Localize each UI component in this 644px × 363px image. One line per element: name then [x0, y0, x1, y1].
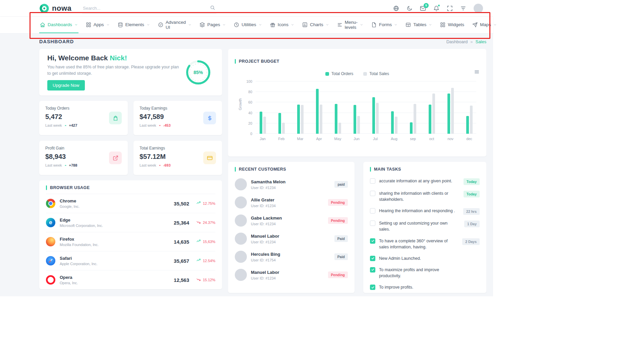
- chrome-logo-icon: [46, 199, 55, 208]
- nav-item-elements[interactable]: Elements: [117, 17, 151, 33]
- bar-group: [312, 81, 326, 134]
- task-text: sharing the information with clients or …: [379, 190, 457, 202]
- breadcrumb-parent[interactable]: Dashboard: [446, 39, 468, 44]
- bar-chart-icon: [302, 22, 308, 27]
- chevron-down-icon: [147, 23, 150, 26]
- total-sales-bar: [320, 105, 322, 134]
- browser-company: Apple Corporation, Inc.: [60, 262, 98, 266]
- storage-progress-ring: 85%: [185, 59, 211, 85]
- nav-item-widgets[interactable]: Widgets: [439, 17, 465, 33]
- breadcrumb-separator: »: [470, 39, 473, 44]
- legend-swatch: [363, 72, 367, 76]
- browser-usage-card: BROWSER USAGE Chrome Google, Inc. 35,502…: [39, 180, 222, 289]
- nav-item-maps[interactable]: Maps: [472, 17, 497, 33]
- nav-item-forms[interactable]: Forms: [371, 17, 398, 33]
- chevron-down-icon: [394, 23, 397, 26]
- y-axis-label: Growth: [238, 98, 242, 110]
- total-orders-bar: [335, 104, 337, 134]
- search-icon[interactable]: [210, 5, 215, 11]
- bar-group: [406, 81, 420, 134]
- task-time-badge: 2 Days: [462, 238, 480, 245]
- nav-item-advanced-ui[interactable]: Advanced UI: [157, 17, 192, 33]
- chart-month-column: Mar: [293, 81, 307, 141]
- task-time-badge: 1 Day: [464, 221, 480, 227]
- nav-item-label: Dashboards: [48, 22, 72, 27]
- task-checkbox[interactable]: [370, 256, 375, 261]
- app-logo[interactable]: nowa: [39, 3, 71, 13]
- dark-mode-moon-icon[interactable]: [407, 5, 413, 11]
- legend-item-total-sales[interactable]: Total Sales: [363, 71, 389, 76]
- total-sales-bar: [301, 105, 304, 134]
- customer-info: Gabe Lackmen User ID: #1234: [251, 216, 282, 226]
- nav-item-tables[interactable]: Tables: [405, 17, 433, 33]
- browser-company: Opera, Inc.: [60, 281, 78, 285]
- customer-user-id: User ID: #1234: [251, 222, 282, 226]
- task-checkbox[interactable]: [370, 238, 375, 244]
- notifications-bell-icon[interactable]: [433, 5, 439, 11]
- stat-card-today-orders: Today Orders 5,472 Last week +427: [39, 101, 128, 135]
- welcome-heading: Hi, Welcome Back Nick!: [47, 54, 180, 62]
- x-axis-tick: May: [331, 137, 345, 141]
- chart-month-column: nov: [443, 81, 458, 141]
- filter-menu-icon[interactable]: [460, 5, 466, 11]
- customer-user-id: User ID: #1754: [251, 258, 280, 262]
- task-checkbox[interactable]: [370, 267, 375, 273]
- legend-item-total-orders[interactable]: Total Orders: [325, 71, 353, 76]
- chevron-down-icon: [493, 23, 497, 26]
- x-axis-tick: Jul: [368, 137, 382, 141]
- y-axis-tick: 20: [248, 121, 252, 125]
- caret-down-icon: [158, 164, 162, 167]
- user-avatar[interactable]: [474, 4, 483, 13]
- nav-item-pages[interactable]: Pages: [199, 17, 226, 33]
- status-badge: Pending: [328, 199, 348, 206]
- customer-row: Manuel Labor User ID: #1234 Pending: [235, 266, 348, 284]
- stats-grid: Today Orders 5,472 Last week +427 Today …: [39, 101, 222, 175]
- browser-company: Mozilla Foundation, Inc.: [60, 243, 99, 247]
- table-icon: [406, 22, 411, 27]
- upgrade-button[interactable]: Upgrade Now: [47, 80, 85, 90]
- chart-menu-icon[interactable]: [474, 69, 480, 76]
- nav-item-icons[interactable]: Icons: [269, 17, 295, 33]
- messages-icon[interactable]: 5: [420, 5, 426, 11]
- customer-name: Hercules Bing: [251, 252, 280, 257]
- task-checkbox[interactable]: [370, 191, 375, 196]
- search-input[interactable]: [82, 3, 216, 14]
- notification-dot: [438, 4, 440, 7]
- fullscreen-icon[interactable]: [447, 5, 453, 11]
- chevron-down-icon: [429, 23, 432, 26]
- bar-group: [462, 81, 476, 134]
- browser-trend: 12.75%: [189, 200, 215, 207]
- stat-delta: +788: [69, 163, 77, 167]
- chart-month-column: Feb: [274, 81, 288, 141]
- nav-item-menu-levels[interactable]: Menu-levels: [336, 17, 364, 33]
- stat-delta: -453: [163, 123, 171, 127]
- task-checkbox[interactable]: [370, 285, 375, 290]
- main-tasks-title: MAIN TASKS: [374, 167, 401, 172]
- customer-name: Samantha Melon: [251, 179, 285, 184]
- customer-info: Allie Grater User ID: #1234: [251, 197, 276, 208]
- language-globe-icon[interactable]: [393, 5, 399, 11]
- task-checkbox[interactable]: [370, 178, 375, 184]
- browser-value: 25,364: [168, 220, 189, 226]
- x-axis-tick: oct: [425, 137, 439, 141]
- chart-legend: Total Orders Total Sales: [235, 71, 480, 76]
- nav-item-charts[interactable]: Charts: [302, 17, 330, 33]
- nav-item-apps[interactable]: Apps: [85, 17, 110, 33]
- x-axis-tick: nov: [443, 137, 458, 141]
- nav-item-utilities[interactable]: Utilities: [233, 17, 263, 33]
- task-checkbox[interactable]: [370, 208, 375, 214]
- task-text: accurate information at any given point.: [379, 178, 457, 184]
- logo-text: nowa: [52, 4, 71, 13]
- opera-logo-icon: [46, 275, 55, 285]
- y-axis-tick: 60: [248, 100, 252, 104]
- task-checkbox[interactable]: [370, 221, 375, 226]
- recent-customers-header: RECENT CUSTOMERS: [235, 162, 348, 175]
- stat-period: Last week: [140, 163, 156, 167]
- total-orders-bar: [372, 97, 375, 134]
- chart-month-column: oct: [425, 81, 439, 141]
- y-axis-tick: 40: [248, 111, 252, 115]
- browser-percent: 24.37%: [203, 221, 215, 225]
- title-accent-bar: [46, 185, 47, 190]
- nav-item-dashboards[interactable]: Dashboards: [39, 17, 78, 33]
- nav-item-label: Advanced UI: [166, 20, 186, 30]
